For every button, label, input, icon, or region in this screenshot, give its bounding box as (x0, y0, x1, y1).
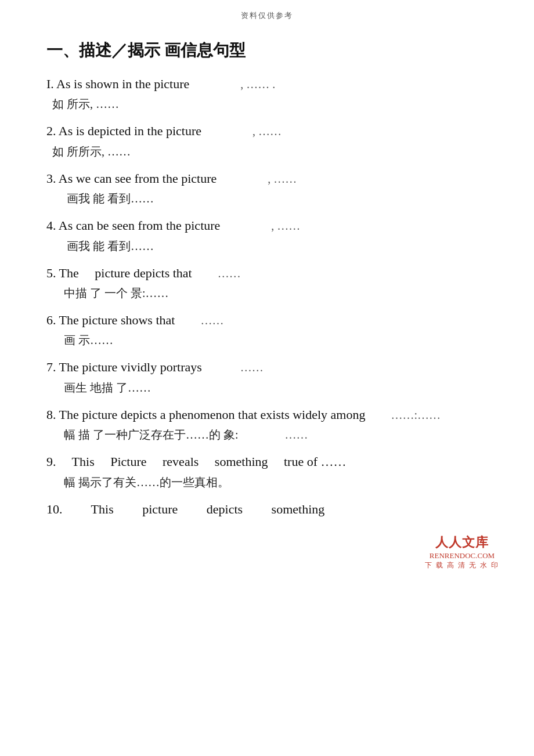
sentence-en-6: 6. The picture shows that …… (46, 309, 488, 331)
sentence-text: 5. The picture depicts that …… (46, 266, 241, 280)
watermark-tagline: 下 载 高 清 无 水 印 (425, 560, 499, 570)
sentence-item-4: 4. As can be seen from the picture , …… … (46, 215, 488, 255)
sentence-item-1: I. As is shown in the picture , …… . 如 所… (46, 73, 488, 113)
watermark-corner: 人人文库 RENRENDOC.COM 下 载 高 清 无 水 印 (425, 534, 499, 570)
sentence-en-5: 5. The picture depicts that …… (46, 262, 488, 284)
sentence-text: 3. As we can see from the picture , …… (46, 171, 297, 186)
sentence-cn-8: 幅 描 了一种广泛存在于……的 象: …… (52, 425, 488, 444)
sentence-item-3: 3. As we can see from the picture , …… 画… (46, 168, 488, 208)
top-watermark: 资料仅供参考 (0, 0, 534, 27)
sentence-text: 8. The picture depicts a phenomenon that… (46, 407, 441, 422)
main-content: 一、描述／揭示 画信息句型 I. As is shown in the pict… (0, 27, 534, 549)
sentence-item-5: 5. The picture depicts that …… 中描 了 一个 景… (46, 262, 488, 302)
sentence-cn-1: 如 所示, …… (52, 95, 488, 113)
sentence-text: 7. The picture vividly portrays …… (46, 360, 264, 374)
sentence-cn-5: 中描 了 一个 景:…… (52, 284, 488, 302)
sentence-en-10: 10. This picture depicts something (46, 498, 488, 520)
sentence-cn-9: 幅 揭示了有关……的一些真相。 (52, 473, 488, 491)
sentence-item-8: 8. The picture depicts a phenomenon that… (46, 404, 488, 444)
section-title: 一、描述／揭示 画信息句型 (46, 38, 488, 63)
sentence-cn-7: 画生 地描 了…… (52, 378, 488, 397)
sentence-text: 9. This Picture reveals something true o… (46, 454, 347, 469)
sentence-text: 6. The picture shows that …… (46, 313, 223, 327)
sentence-cn-4: 画我 能 看到…… (52, 237, 488, 255)
sentence-en-9: 9. This Picture reveals something true o… (46, 451, 488, 472)
sentence-en-7: 7. The picture vividly portrays …… (46, 356, 488, 378)
sentence-en-4: 4. As can be seen from the picture , …… (46, 215, 488, 236)
sentence-item-6: 6. The picture shows that …… 画 示…… (46, 309, 488, 349)
sentence-item-10: 10. This picture depicts something (46, 498, 488, 520)
sentence-en-8: 8. The picture depicts a phenomenon that… (46, 404, 488, 425)
sentence-cn-3: 画我 能 看到…… (52, 189, 488, 208)
sentence-text: 2. As is depicted in the picture , …… (46, 124, 282, 138)
sentence-cn-2: 如 所所示, …… (52, 142, 488, 161)
sentence-text: 4. As can be seen from the picture , …… (46, 218, 300, 233)
sentence-item-7: 7. The picture vividly portrays …… 画生 地描… (46, 356, 488, 396)
sentence-en-1: I. As is shown in the picture , …… . (46, 73, 488, 95)
watermark-url: RENRENDOC.COM (425, 551, 499, 560)
watermark-brand: 人人文库 (425, 534, 499, 551)
sentence-en-2: 2. As is depicted in the picture , …… (46, 120, 488, 142)
sentence-text: 10. This picture depicts something (46, 502, 324, 516)
sentence-cn-6: 画 示…… (52, 331, 488, 349)
sentence-item-2: 2. As is depicted in the picture , …… 如 … (46, 120, 488, 160)
sentence-en-3: 3. As we can see from the picture , …… (46, 168, 488, 189)
sentence-item-9: 9. This Picture reveals something true o… (46, 451, 488, 491)
sentence-text: I. As is shown in the picture , …… . (46, 77, 275, 91)
